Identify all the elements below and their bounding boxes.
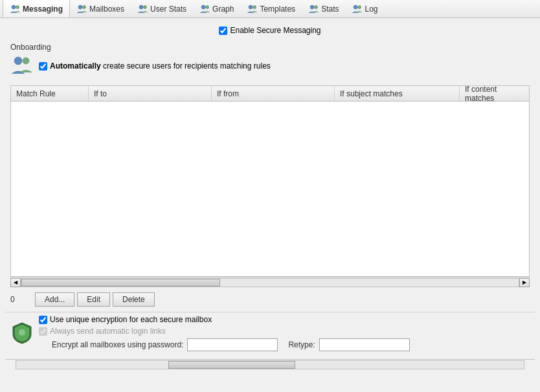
graph-icon [199, 4, 210, 14]
svg-point-6 [201, 5, 205, 9]
enable-label-text: Enable Secure Messaging [230, 26, 321, 35]
onboarding-title: Onboarding [10, 43, 530, 52]
svg-point-0 [12, 5, 16, 9]
enable-label[interactable]: Enable Secure Messaging [219, 26, 321, 35]
encrypt-row: Encrypt all mailboxes using password: Re… [39, 338, 530, 351]
auto-create-rest: create secure users for recipients match… [101, 61, 271, 71]
add-button[interactable]: Add... [35, 292, 74, 307]
shield-icon [10, 321, 34, 345]
table-header: Match Rule If to If from If subject matc… [11, 86, 529, 102]
auto-login-label: Always send automatic login links [50, 327, 166, 336]
onboarding-row: Automatically create secure users for re… [10, 54, 530, 78]
scroll-thumb[interactable] [21, 279, 220, 287]
table-section: Match Rule If to If from If subject matc… [5, 85, 535, 290]
nav-item-log[interactable]: Log [345, 0, 384, 17]
enable-secure-messaging-checkbox[interactable] [219, 27, 227, 35]
auto-login-checkbox[interactable] [39, 327, 47, 336]
nav-bar: Messaging Mailboxes User Stats [0, 0, 540, 18]
svg-point-8 [249, 5, 253, 9]
nav-item-graph[interactable]: Graph [193, 0, 240, 17]
nav-label-mailboxes: Mailboxes [89, 5, 124, 14]
horizontal-scrollbar: ◀ ▶ [10, 277, 530, 287]
svg-point-11 [315, 5, 318, 8]
scroll-left-button[interactable]: ◀ [10, 278, 21, 287]
delete-button[interactable]: Delete [113, 292, 155, 307]
svg-point-1 [16, 5, 19, 8]
log-icon [352, 4, 362, 14]
encrypt-password-input[interactable] [187, 338, 278, 351]
table-body [11, 102, 529, 276]
user-stats-icon [137, 4, 148, 14]
onboarding-section: Onboarding Automatically create secure u… [5, 40, 535, 83]
nav-item-templates[interactable]: Templates [240, 0, 302, 17]
svg-point-9 [253, 5, 256, 8]
svg-point-2 [78, 5, 82, 9]
svg-point-15 [23, 58, 29, 64]
scroll-right-button[interactable]: ▶ [519, 278, 530, 287]
nav-label-user-stats: User Stats [150, 5, 186, 14]
svg-point-13 [358, 5, 361, 8]
nav-label-log: Log [365, 5, 377, 14]
nav-label-messaging: Messaging [23, 5, 63, 14]
bottom-scroll-thumb[interactable] [168, 361, 295, 369]
svg-point-7 [206, 5, 209, 8]
col-header-match-rule: Match Rule [11, 86, 89, 101]
main-content: Enable Secure Messaging Onboarding Autom… [0, 18, 540, 373]
retype-label: Retype: [288, 340, 315, 349]
nav-item-stats[interactable]: Stats [302, 0, 345, 17]
options-content: Use unique encryption for each secure ma… [39, 315, 530, 351]
unique-encryption-checkbox[interactable] [39, 316, 47, 324]
match-table-container: Match Rule If to If from If subject matc… [10, 85, 530, 277]
bottom-scrollbar [5, 359, 535, 369]
unique-encryption-option: Use unique encryption for each secure ma… [39, 315, 530, 324]
row-count: 0 [10, 295, 30, 304]
nav-label-stats: Stats [321, 5, 339, 14]
messaging-icon [10, 4, 20, 14]
onboarding-check: Automatically create secure users for re… [39, 61, 271, 71]
onboarding-checkbox-label[interactable]: Automatically create secure users for re… [39, 61, 271, 71]
svg-point-12 [354, 5, 357, 9]
col-header-if-subject-matches: If subject matches [335, 86, 460, 101]
nav-item-mailboxes[interactable]: Mailboxes [70, 0, 131, 17]
unique-encryption-label: Use unique encryption for each secure ma… [50, 315, 212, 324]
templates-icon [247, 4, 257, 14]
user-avatar-icon [10, 54, 34, 78]
retype-password-input[interactable] [319, 338, 410, 351]
svg-point-16 [19, 329, 25, 336]
edit-button[interactable]: Edit [77, 292, 110, 307]
nav-item-messaging[interactable]: Messaging [3, 0, 70, 17]
nav-label-templates: Templates [260, 5, 295, 14]
col-header-if-from: If from [212, 86, 335, 101]
enable-row: Enable Secure Messaging [5, 22, 535, 40]
col-header-if-to: If to [89, 86, 212, 101]
svg-point-5 [144, 5, 147, 8]
bottom-scroll-track[interactable] [16, 360, 524, 369]
col-header-if-content-matches: If content matches [460, 86, 529, 101]
options-row: Use unique encryption for each secure ma… [10, 315, 530, 351]
svg-point-3 [83, 5, 86, 8]
svg-point-10 [310, 5, 314, 9]
svg-point-4 [139, 5, 143, 9]
auto-create-users-checkbox[interactable] [39, 62, 47, 71]
auto-create-bold: Automatically [50, 61, 101, 71]
options-section: Use unique encryption for each secure ma… [5, 312, 535, 359]
stats-icon [308, 4, 319, 14]
buttons-row: 0 Add... Edit Delete [5, 290, 535, 312]
svg-point-14 [14, 57, 22, 65]
encrypt-label: Encrypt all mailboxes using password: [52, 340, 183, 349]
nav-label-graph: Graph [212, 5, 234, 14]
scroll-track[interactable] [21, 278, 519, 287]
nav-item-user-stats[interactable]: User Stats [131, 0, 193, 17]
mailboxes-icon [76, 4, 87, 14]
auto-login-option: Always send automatic login links [39, 327, 530, 336]
